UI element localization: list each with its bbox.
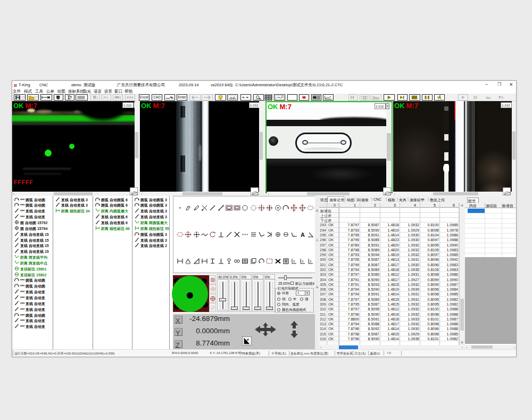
svg-text:X: X (176, 317, 180, 324)
svg-text:x: x (293, 259, 295, 263)
svg-text:Z: Z (176, 342, 180, 348)
svg-text:Y: Y (176, 330, 180, 336)
svg-text:x: x (302, 259, 304, 263)
svg-text:B: B (172, 96, 174, 100)
svg-text:A: A (301, 232, 305, 238)
svg-text:x: x (310, 259, 312, 263)
